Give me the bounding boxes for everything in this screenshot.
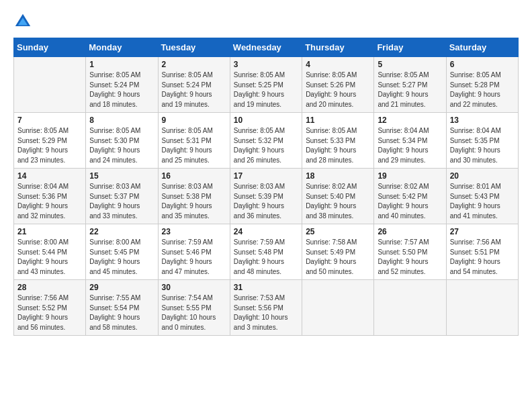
- calendar-cell: 25Sunrise: 7:58 AM Sunset: 5:49 PM Dayli…: [302, 224, 374, 280]
- calendar-cell: 10Sunrise: 8:05 AM Sunset: 5:32 PM Dayli…: [230, 113, 302, 169]
- calendar-cell: [302, 280, 374, 336]
- day-info: Sunrise: 7:54 AM Sunset: 5:55 PM Dayligh…: [162, 293, 226, 332]
- day-info: Sunrise: 8:05 AM Sunset: 5:24 PM Dayligh…: [162, 71, 226, 109]
- day-number: 20: [450, 171, 515, 181]
- day-number: 19: [378, 171, 442, 181]
- calendar-week-4: 28Sunrise: 7:56 AM Sunset: 5:52 PM Dayli…: [14, 280, 519, 336]
- day-info: Sunrise: 8:05 AM Sunset: 5:30 PM Dayligh…: [89, 126, 154, 165]
- day-number: 18: [306, 171, 370, 181]
- calendar-cell: 13Sunrise: 8:04 AM Sunset: 5:35 PM Dayli…: [446, 113, 518, 169]
- day-info: Sunrise: 8:02 AM Sunset: 5:40 PM Dayligh…: [306, 182, 370, 221]
- page: SundayMondayTuesdayWednesdayThursdayFrid…: [0, 0, 532, 342]
- day-number: 11: [306, 116, 370, 125]
- day-number: 14: [17, 171, 82, 181]
- day-info: Sunrise: 8:04 AM Sunset: 5:36 PM Dayligh…: [17, 182, 82, 221]
- calendar-cell: 6Sunrise: 8:05 AM Sunset: 5:28 PM Daylig…: [446, 57, 518, 113]
- calendar-cell: 29Sunrise: 7:55 AM Sunset: 5:54 PM Dayli…: [86, 280, 158, 336]
- day-info: Sunrise: 8:04 AM Sunset: 5:34 PM Dayligh…: [378, 126, 442, 165]
- day-number: 13: [450, 116, 515, 125]
- day-info: Sunrise: 8:05 AM Sunset: 5:26 PM Dayligh…: [306, 71, 370, 109]
- calendar-week-3: 21Sunrise: 8:00 AM Sunset: 5:44 PM Dayli…: [14, 224, 519, 280]
- day-info: Sunrise: 8:05 AM Sunset: 5:32 PM Dayligh…: [234, 126, 298, 165]
- day-info: Sunrise: 8:03 AM Sunset: 5:38 PM Dayligh…: [162, 182, 226, 221]
- day-info: Sunrise: 8:05 AM Sunset: 5:33 PM Dayligh…: [306, 126, 370, 165]
- day-number: 26: [378, 227, 442, 236]
- day-number: 4: [306, 60, 370, 69]
- calendar-week-1: 7Sunrise: 8:05 AM Sunset: 5:29 PM Daylig…: [14, 113, 519, 169]
- calendar-cell: 16Sunrise: 8:03 AM Sunset: 5:38 PM Dayli…: [158, 169, 230, 224]
- day-header-friday: Friday: [374, 38, 446, 57]
- day-number: 30: [162, 283, 226, 292]
- calendar-cell: 3Sunrise: 8:05 AM Sunset: 5:25 PM Daylig…: [230, 57, 302, 113]
- day-number: 9: [162, 116, 226, 125]
- day-number: 1: [89, 60, 154, 69]
- day-number: 28: [17, 283, 82, 292]
- header: [13, 12, 519, 31]
- calendar-cell: 12Sunrise: 8:04 AM Sunset: 5:34 PM Dayli…: [374, 113, 446, 169]
- day-info: Sunrise: 7:56 AM Sunset: 5:52 PM Dayligh…: [17, 293, 82, 332]
- day-number: 7: [17, 116, 82, 125]
- calendar-cell: 20Sunrise: 8:01 AM Sunset: 5:43 PM Dayli…: [446, 169, 518, 224]
- calendar-cell: 7Sunrise: 8:05 AM Sunset: 5:29 PM Daylig…: [14, 113, 86, 169]
- day-info: Sunrise: 7:59 AM Sunset: 5:48 PM Dayligh…: [234, 238, 298, 277]
- day-number: 27: [450, 227, 515, 236]
- day-info: Sunrise: 8:05 AM Sunset: 5:31 PM Dayligh…: [162, 126, 226, 165]
- day-number: 25: [306, 227, 370, 236]
- calendar-table: SundayMondayTuesdayWednesdayThursdayFrid…: [13, 38, 519, 336]
- day-header-tuesday: Tuesday: [158, 38, 230, 57]
- day-number: 24: [234, 227, 298, 236]
- day-header-wednesday: Wednesday: [230, 38, 302, 57]
- day-info: Sunrise: 8:03 AM Sunset: 5:37 PM Dayligh…: [89, 182, 154, 221]
- calendar-cell: 21Sunrise: 8:00 AM Sunset: 5:44 PM Dayli…: [14, 224, 86, 280]
- day-info: Sunrise: 8:03 AM Sunset: 5:39 PM Dayligh…: [234, 182, 298, 221]
- calendar-week-2: 14Sunrise: 8:04 AM Sunset: 5:36 PM Dayli…: [14, 169, 519, 224]
- day-number: 16: [162, 171, 226, 181]
- day-info: Sunrise: 8:05 AM Sunset: 5:24 PM Dayligh…: [89, 71, 154, 109]
- calendar-cell: 31Sunrise: 7:53 AM Sunset: 5:56 PM Dayli…: [230, 280, 302, 336]
- day-header-sunday: Sunday: [14, 38, 86, 57]
- day-info: Sunrise: 7:56 AM Sunset: 5:51 PM Dayligh…: [450, 238, 515, 277]
- day-number: 10: [234, 116, 298, 125]
- calendar-cell: [14, 57, 86, 113]
- calendar-cell: 28Sunrise: 7:56 AM Sunset: 5:52 PM Dayli…: [14, 280, 86, 336]
- day-info: Sunrise: 8:05 AM Sunset: 5:28 PM Dayligh…: [450, 71, 515, 109]
- day-number: 17: [234, 171, 298, 181]
- day-number: 8: [89, 116, 154, 125]
- calendar-cell: 9Sunrise: 8:05 AM Sunset: 5:31 PM Daylig…: [158, 113, 230, 169]
- calendar-cell: 1Sunrise: 8:05 AM Sunset: 5:24 PM Daylig…: [86, 57, 158, 113]
- day-info: Sunrise: 7:55 AM Sunset: 5:54 PM Dayligh…: [89, 293, 154, 332]
- calendar-cell: 30Sunrise: 7:54 AM Sunset: 5:55 PM Dayli…: [158, 280, 230, 336]
- day-header-thursday: Thursday: [302, 38, 374, 57]
- calendar-cell: 8Sunrise: 8:05 AM Sunset: 5:30 PM Daylig…: [86, 113, 158, 169]
- calendar-cell: 15Sunrise: 8:03 AM Sunset: 5:37 PM Dayli…: [86, 169, 158, 224]
- calendar-cell: 23Sunrise: 7:59 AM Sunset: 5:46 PM Dayli…: [158, 224, 230, 280]
- calendar-week-0: 1Sunrise: 8:05 AM Sunset: 5:24 PM Daylig…: [14, 57, 519, 113]
- calendar-cell: 24Sunrise: 7:59 AM Sunset: 5:48 PM Dayli…: [230, 224, 302, 280]
- calendar-cell: 4Sunrise: 8:05 AM Sunset: 5:26 PM Daylig…: [302, 57, 374, 113]
- day-number: 22: [89, 227, 154, 236]
- calendar-cell: 22Sunrise: 8:00 AM Sunset: 5:45 PM Dayli…: [86, 224, 158, 280]
- day-number: 12: [378, 116, 442, 125]
- day-header-monday: Monday: [86, 38, 158, 57]
- day-number: 23: [162, 227, 226, 236]
- calendar-cell: 2Sunrise: 8:05 AM Sunset: 5:24 PM Daylig…: [158, 57, 230, 113]
- day-number: 2: [162, 60, 226, 69]
- calendar-cell: [374, 280, 446, 336]
- day-number: 29: [89, 283, 154, 292]
- day-number: 21: [17, 227, 82, 236]
- day-number: 15: [89, 171, 154, 181]
- calendar-cell: 27Sunrise: 7:56 AM Sunset: 5:51 PM Dayli…: [446, 224, 518, 280]
- day-info: Sunrise: 8:01 AM Sunset: 5:43 PM Dayligh…: [450, 182, 515, 221]
- day-info: Sunrise: 8:00 AM Sunset: 5:45 PM Dayligh…: [89, 238, 154, 277]
- calendar-cell: 14Sunrise: 8:04 AM Sunset: 5:36 PM Dayli…: [14, 169, 86, 224]
- calendar-cell: 18Sunrise: 8:02 AM Sunset: 5:40 PM Dayli…: [302, 169, 374, 224]
- calendar-cell: 19Sunrise: 8:02 AM Sunset: 5:42 PM Dayli…: [374, 169, 446, 224]
- calendar-cell: 17Sunrise: 8:03 AM Sunset: 5:39 PM Dayli…: [230, 169, 302, 224]
- calendar-cell: 5Sunrise: 8:05 AM Sunset: 5:27 PM Daylig…: [374, 57, 446, 113]
- header-row: SundayMondayTuesdayWednesdayThursdayFrid…: [14, 38, 519, 57]
- day-info: Sunrise: 7:53 AM Sunset: 5:56 PM Dayligh…: [234, 293, 298, 332]
- day-number: 5: [378, 60, 442, 69]
- day-number: 31: [234, 283, 298, 292]
- day-info: Sunrise: 7:57 AM Sunset: 5:50 PM Dayligh…: [378, 238, 442, 277]
- calendar-cell: [446, 280, 518, 336]
